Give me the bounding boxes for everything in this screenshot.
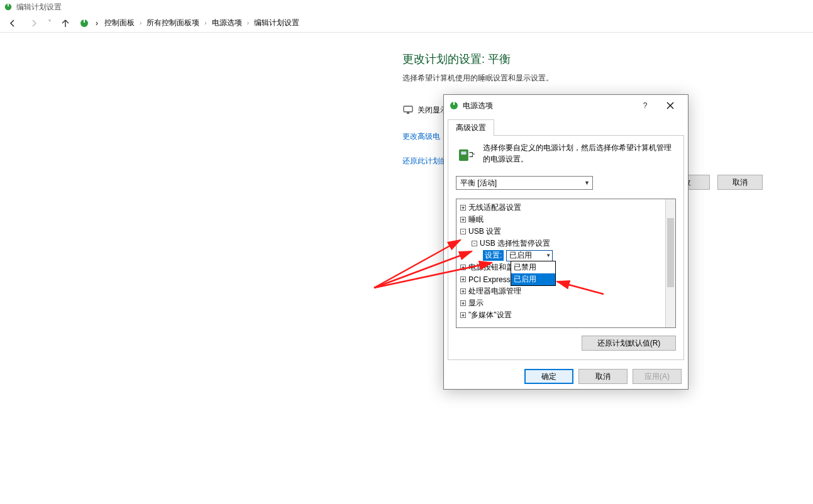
tree-node-sleep[interactable]: +睡眠 (458, 214, 664, 226)
tree-node-wireless[interactable]: +无线适配器设置 (458, 202, 664, 214)
breadcrumb-sep-icon: › (247, 19, 249, 26)
breadcrumb-item[interactable]: 编辑计划设置 (254, 18, 299, 28)
tree-node-usb[interactable]: -USB 设置 (458, 226, 664, 238)
dialog-footer: 确定 取消 应用(A) (444, 364, 688, 389)
chevron-down-icon: ▼ (584, 180, 590, 186)
apply-button[interactable]: 应用(A) (633, 369, 682, 384)
tree-node-pci[interactable]: +PCI Express (458, 273, 664, 285)
tree-node-usb-suspend[interactable]: -USB 选择性暂停设置 (458, 238, 664, 249)
dialog-close-button[interactable] (658, 96, 683, 115)
power-plan-selected: 平衡 [活动] (460, 178, 497, 189)
page-subtitle: 选择希望计算机使用的睡眠设置和显示设置。 (402, 73, 813, 84)
collapse-icon[interactable]: - (472, 241, 477, 246)
chevron-down-icon: ▼ (546, 253, 551, 258)
breadcrumb-item[interactable]: 控制面板 (104, 18, 135, 28)
nav-recent-dropdown[interactable]: ˅ (48, 19, 52, 28)
cancel-button[interactable]: 取消 (578, 369, 628, 384)
dropdown-option-enabled[interactable]: 已启用 (511, 273, 555, 285)
dialog-tabs: 高级设置 (444, 116, 688, 135)
cancel-button[interactable]: 取消 (717, 175, 763, 190)
svg-rect-7 (453, 102, 455, 105)
breadcrumb-sep-icon: › (204, 19, 206, 26)
breadcrumb-sep-icon: › (140, 19, 141, 26)
expand-icon[interactable]: + (460, 312, 466, 318)
svg-rect-3 (84, 19, 85, 23)
tree-scrollbar[interactable] (665, 199, 675, 327)
tree-node-display[interactable]: +显示 (458, 297, 664, 309)
expand-icon[interactable]: + (460, 205, 466, 211)
window-titlebar: 编辑计划设置 (0, 0, 813, 14)
monitor-icon (402, 104, 414, 116)
dropdown-option-disabled[interactable]: 已禁用 (511, 261, 555, 273)
nav-back-button[interactable] (5, 16, 20, 31)
svg-rect-4 (404, 106, 412, 112)
restore-defaults-button[interactable]: 还原计划默认值(R) (582, 336, 676, 351)
control-panel-icon (79, 18, 89, 28)
breadcrumb-item[interactable]: 所有控制面板项 (147, 18, 199, 28)
power-plan-select[interactable]: 平衡 [活动] ▼ (456, 176, 593, 190)
dialog-title: 电源选项 (463, 101, 493, 111)
setting-value-dropdown[interactable]: 已启用 ▼ (506, 250, 553, 261)
svg-rect-8 (459, 150, 468, 161)
tree-node-cpu[interactable]: +处理器电源管理 (458, 285, 664, 297)
dialog-titlebar[interactable]: 电源选项 ? (444, 95, 688, 116)
battery-plug-icon (456, 142, 477, 167)
restore-plan-link[interactable]: 还原此计划的 (402, 156, 448, 167)
page-content: 更改计划的设置: 平衡 选择希望计算机使用的睡眠设置和显示设置。 关闭显示 更改… (0, 33, 813, 167)
settings-tree-container: +无线适配器设置 +睡眠 -USB 设置 -USB 选择性暂停设置 设置: 已启… (456, 199, 676, 328)
svg-rect-9 (461, 151, 466, 155)
tab-advanced[interactable]: 高级设置 (448, 119, 494, 136)
nav-forward-button[interactable] (26, 16, 41, 31)
expand-icon[interactable]: + (460, 265, 466, 270)
power-options-dialog: 电源选项 ? 高级设置 选择你要自定义的电源计划，然后选择你希望计算机管理的电源… (443, 94, 689, 390)
dialog-help-button[interactable]: ? (633, 96, 658, 115)
breadcrumb-item[interactable]: 电源选项 (212, 18, 242, 28)
scrollbar-thumb[interactable] (667, 218, 674, 287)
nav-bar: ˅ › 控制面板 › 所有控制面板项 › 电源选项 › 编辑计划设置 (0, 14, 813, 33)
tree-node-usb-suspend-setting[interactable]: 设置: 已启用 ▼ (458, 249, 664, 261)
window-title: 编辑计划设置 (16, 2, 62, 13)
setting-dropdown-list[interactable]: 已禁用 已启用 (511, 261, 556, 286)
advanced-settings-link[interactable]: 更改高级电 (402, 131, 440, 142)
tree-node-power-buttons[interactable]: +电源按钮和盖 (458, 261, 664, 273)
breadcrumb-sep-icon: › (96, 19, 98, 28)
expand-icon[interactable]: + (460, 277, 466, 282)
tab-content: 选择你要自定义的电源计划，然后选择你希望计算机管理的电源设置。 平衡 [活动] … (448, 135, 684, 360)
power-options-icon (449, 101, 459, 111)
close-icon (666, 102, 674, 109)
setting-label: 设置: (483, 250, 504, 261)
collapse-icon[interactable]: - (460, 229, 466, 234)
svg-rect-5 (407, 112, 409, 114)
dialog-description: 选择你要自定义的电源计划，然后选择你希望计算机管理的电源设置。 (483, 142, 676, 167)
expand-icon[interactable]: + (460, 300, 466, 306)
expand-icon[interactable]: + (460, 217, 466, 222)
svg-rect-1 (8, 4, 9, 6)
power-plan-icon (4, 3, 13, 11)
expand-icon[interactable]: + (460, 288, 466, 294)
ok-button[interactable]: 确定 (524, 369, 573, 384)
nav-up-button[interactable] (58, 16, 73, 31)
setting-value: 已启用 (509, 250, 532, 261)
breadcrumb: 控制面板 › 所有控制面板项 › 电源选项 › 编辑计划设置 (104, 18, 299, 28)
tree-node-multimedia[interactable]: +"多媒体"设置 (458, 309, 664, 321)
page-title: 更改计划的设置: 平衡 (402, 52, 813, 67)
settings-tree[interactable]: +无线适配器设置 +睡眠 -USB 设置 -USB 选择性暂停设置 设置: 已启… (456, 199, 665, 327)
